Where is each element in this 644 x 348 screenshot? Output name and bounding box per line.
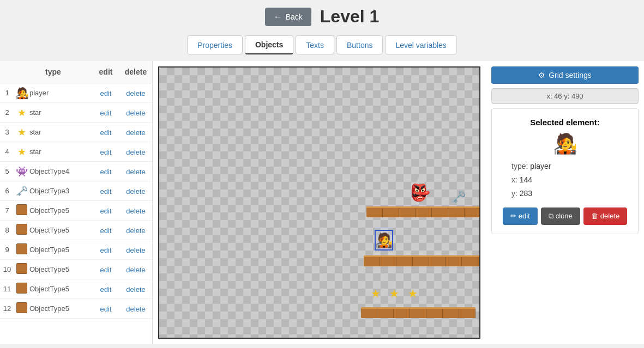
list-item: 12 ObjectType5 edit delete — [0, 299, 152, 319]
cone-hat-icon — [416, 173, 425, 183]
object-icon: ★ — [14, 126, 29, 138]
col-type-header: type — [14, 65, 92, 78]
star-sprite-2: ★ — [389, 287, 399, 300]
header: ← Back Level 1 — [0, 0, 644, 33]
sidebar-header: type edit delete — [0, 61, 152, 83]
object-type: ObjectType3 — [29, 187, 92, 195]
pencil-icon: ✏ — [510, 212, 516, 220]
edit-link[interactable]: edit — [100, 227, 112, 235]
tab-buttons[interactable]: Buttons — [336, 35, 383, 54]
list-item: 8 ObjectType5 edit delete — [0, 221, 152, 240]
delete-link[interactable]: delete — [126, 207, 145, 215]
tab-level-variables[interactable]: Level variables — [385, 35, 456, 54]
delete-link[interactable]: delete — [126, 305, 145, 313]
main-content: type edit delete 1 🧑‍🎤 player edit delet… — [0, 61, 644, 344]
edit-link[interactable]: edit — [100, 246, 112, 254]
back-arrow-icon: ← — [274, 12, 282, 22]
edit-link[interactable]: edit — [100, 148, 112, 156]
object-type: star — [29, 108, 92, 117]
selected-element-panel: Selected element: 🧑‍🎤 type: player x: 14… — [491, 108, 639, 234]
key-sprite: 🗝️ — [451, 190, 466, 204]
object-type: ObjectType5 — [29, 265, 92, 273]
right-panel: ⚙ Grid settings x: 46 y: 490 Selected el… — [486, 61, 644, 344]
player-sprite[interactable]: 🧑‍🎤 — [375, 230, 393, 251]
edit-link[interactable]: edit — [100, 266, 112, 274]
coord-text: x: 46 y: 490 — [546, 92, 583, 100]
edit-button[interactable]: ✏ edit — [503, 207, 538, 225]
list-item: 6 🗝️ ObjectType3 edit delete — [0, 181, 152, 201]
platform-upper-right — [366, 206, 480, 217]
col-delete-header: delete — [119, 65, 152, 78]
platform-bottom — [361, 307, 476, 318]
level-title: Level 1 — [320, 7, 380, 27]
list-item: 11 ObjectType5 edit delete — [0, 279, 152, 299]
object-icon — [14, 224, 29, 236]
object-icon — [14, 283, 29, 295]
edit-link[interactable]: edit — [100, 168, 112, 176]
delete-link[interactable]: delete — [126, 168, 145, 176]
object-icon — [14, 243, 29, 256]
list-item: 2 ★ star edit delete — [0, 103, 152, 123]
tab-objects[interactable]: Objects — [245, 35, 293, 54]
clone-label: clone — [556, 212, 573, 220]
x-label: x: — [511, 175, 517, 184]
clone-button[interactable]: ⧉ clone — [541, 207, 580, 225]
list-item: 3 ★ star edit delete — [0, 123, 152, 142]
tabs-bar: Properties Objects Texts Buttons Level v… — [0, 33, 644, 61]
star-sprite-1: ★ — [371, 287, 381, 300]
object-icon — [14, 204, 29, 217]
action-buttons: ✏ edit ⧉ clone 🗑 delete — [501, 207, 629, 225]
delete-label: delete — [600, 212, 619, 220]
col-edit-header: edit — [92, 65, 119, 78]
delete-link[interactable]: delete — [126, 148, 145, 156]
object-type: star — [29, 128, 92, 136]
object-icon — [14, 302, 29, 315]
row-number: 3 — [0, 128, 14, 136]
clone-icon: ⧉ — [549, 212, 553, 221]
edit-link[interactable]: edit — [100, 305, 112, 313]
tab-properties[interactable]: Properties — [187, 35, 243, 54]
object-icon — [14, 263, 29, 276]
delete-button[interactable]: 🗑 delete — [583, 207, 627, 225]
delete-link[interactable]: delete — [126, 89, 145, 97]
x-value: 144 — [520, 175, 532, 184]
row-number: 9 — [0, 246, 14, 254]
delete-link[interactable]: delete — [126, 187, 145, 196]
row-number: 8 — [0, 226, 14, 234]
row-number: 12 — [0, 304, 14, 313]
row-number: 2 — [0, 108, 14, 117]
object-type: player — [29, 89, 92, 97]
list-item: 10 ObjectType5 edit delete — [0, 260, 152, 279]
gear-icon: ⚙ — [538, 71, 545, 80]
object-type: ObjectType5 — [29, 285, 92, 293]
edit-link[interactable]: edit — [100, 89, 112, 97]
object-icon: ★ — [14, 146, 29, 158]
delete-link[interactable]: delete — [126, 246, 145, 254]
back-button[interactable]: ← Back — [265, 8, 311, 26]
row-number: 4 — [0, 148, 14, 156]
delete-link[interactable]: delete — [126, 129, 145, 137]
canvas-area[interactable]: 🧑‍🎤 👺 🗝️ ★ ★ ★ — [153, 61, 486, 344]
edit-link[interactable]: edit — [100, 129, 112, 137]
row-number: 10 — [0, 265, 14, 273]
delete-link[interactable]: delete — [126, 285, 145, 294]
edit-link[interactable]: edit — [100, 187, 112, 196]
star-sprite-3: ★ — [408, 287, 418, 300]
list-item: 5 👾 ObjectType4 edit delete — [0, 162, 152, 181]
object-type: star — [29, 148, 92, 156]
y-value: 283 — [520, 189, 532, 198]
delete-link[interactable]: delete — [126, 266, 145, 274]
row-number: 6 — [0, 187, 14, 195]
object-icon: 👾 — [14, 166, 29, 178]
edit-link[interactable]: edit — [100, 285, 112, 294]
delete-link[interactable]: delete — [126, 109, 145, 117]
delete-link[interactable]: delete — [126, 227, 145, 235]
edit-link[interactable]: edit — [100, 207, 112, 215]
tab-texts[interactable]: Texts — [296, 35, 334, 54]
game-canvas[interactable]: 🧑‍🎤 👺 🗝️ ★ ★ ★ — [158, 66, 480, 339]
selected-info: type: player x: 144 y: 283 — [501, 160, 629, 201]
edit-link[interactable]: edit — [100, 109, 112, 117]
grid-settings-button[interactable]: ⚙ Grid settings — [491, 66, 639, 84]
row-number: 5 — [0, 167, 14, 175]
object-type: ObjectType5 — [29, 304, 92, 313]
